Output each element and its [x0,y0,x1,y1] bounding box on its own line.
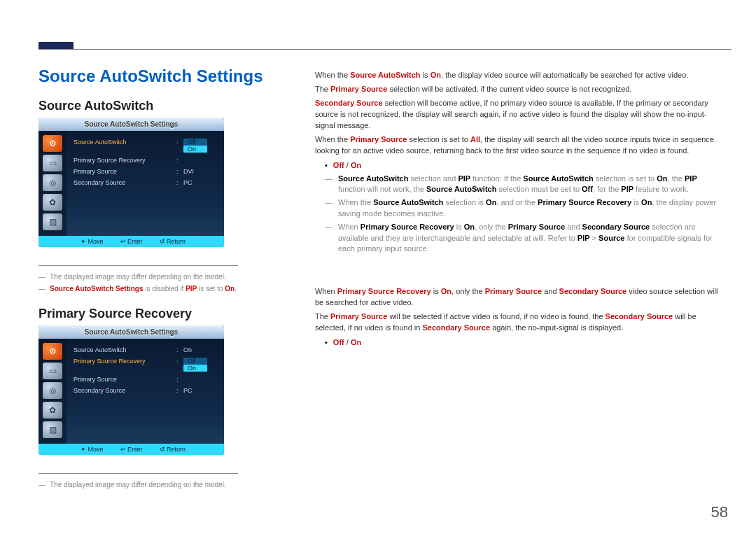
sound-icon: ◎ [43,382,62,399]
osd-row: Source AutoSwitch : On [74,344,217,356]
osd-item-label: Source AutoSwitch [74,139,176,153]
note-dash: ―Source AutoSwitch selection and PIP fun… [325,174,724,195]
note-text: The displayed image may differ depending… [50,481,226,489]
body-text: When Primary Source Recovery is On, only… [315,286,724,309]
osd-item-value: PC [183,387,217,394]
osd-row: Primary Source Recovery : Off On [74,356,217,374]
picture-icon: ▭ [43,155,62,171]
note-text: The displayed image may differ depending… [50,273,226,281]
osd-footer: ✦ Move ↵ Enter ↺ Return [38,444,224,455]
osd-return-hint: ↺ Return [160,446,186,453]
osd-item-value: On [183,346,217,353]
osd-row: Source AutoSwitch : Off On [74,136,217,155]
page-number: 58 [711,503,728,521]
osd-screenshot-2: Source AutoSwitch Settings ⚙ ▭ ◎ ✿ ▧ Sou… [38,325,224,455]
option-bullet: •Off / On [325,161,724,169]
osd-item-label: Primary Source Recovery [74,358,176,372]
osd-item-value [183,157,217,164]
osd-row: Secondary Source : PC [74,385,217,396]
osd-enter-hint: ↵ Enter [120,238,143,245]
osd-option-off: Off [183,139,207,146]
body-text: The Primary Source will be selected if a… [315,311,724,334]
left-column: Source AutoSwitch Settings Source AutoSw… [38,66,270,493]
notes-block-2: ―The displayed image may differ dependin… [38,473,238,489]
note-dash: ―When the Source AutoSwitch selection is… [325,197,724,219]
osd-item-label: Primary Source Recovery [74,157,176,164]
header-accent [38,42,74,49]
note-text: Source AutoSwitch Settings is disabled i… [50,285,237,293]
osd-menu-list: Source AutoSwitch : Off On Primary Sourc… [66,131,224,236]
section-heading-1: Source AutoSwitch [38,99,270,113]
multi-icon: ▧ [43,421,62,438]
sound-icon: ◎ [43,174,62,191]
body-text: When the Primary Source selection is set… [315,134,724,157]
osd-icon-column: ⚙ ▭ ◎ ✿ ▧ [38,131,66,236]
settings-icon: ⚙ [43,343,62,360]
right-column: When the Source AutoSwitch is On, the di… [315,70,724,351]
note-dash: ―When Primary Source Recovery is On, onl… [325,222,724,254]
option-bullet: •Off / On [325,338,724,346]
header-rule [38,49,732,50]
body-text: Secondary Source selection will become a… [315,98,724,132]
osd-icon-column: ⚙ ▭ ◎ ✿ ▧ [38,339,66,444]
osd-row: Primary Source : [74,374,217,385]
osd-item-value: PC [183,179,217,186]
osd-option-on: On [183,146,207,153]
osd-row: Primary Source : DVI [74,166,217,177]
body-text: When the Source AutoSwitch is On, the di… [315,70,724,81]
osd-item-value [183,376,217,383]
osd-item-label: Primary Source [74,376,176,383]
osd-enter-hint: ↵ Enter [120,446,143,453]
settings-icon: ⚙ [43,135,62,152]
notes-block-1: ―The displayed image may differ dependin… [38,265,238,293]
osd-move-hint: ✦ Move [80,446,104,453]
osd-row: Secondary Source : PC [74,177,217,188]
settings2-icon: ✿ [43,194,62,211]
osd-row: Primary Source Recovery : [74,155,217,166]
osd-item-label: Primary Source [74,168,176,175]
osd-title: Source AutoSwitch Settings [38,325,224,339]
osd-move-hint: ✦ Move [80,238,104,245]
osd-option-on: On [183,365,207,372]
osd-screenshot-1: Source AutoSwitch Settings ⚙ ▭ ◎ ✿ ▧ Sou… [38,118,224,247]
osd-item-label: Secondary Source [74,387,176,394]
settings2-icon: ✿ [43,402,62,419]
multi-icon: ▧ [43,213,62,230]
osd-title: Source AutoSwitch Settings [38,118,224,131]
section-heading-2: Primary Source Recovery [38,307,270,321]
osd-footer: ✦ Move ↵ Enter ↺ Return [38,236,224,247]
page-title: Source AutoSwitch Settings [38,66,270,86]
osd-item-label: Secondary Source [74,179,176,186]
osd-menu-list: Source AutoSwitch : On Primary Source Re… [66,339,224,444]
osd-item-value: DVI [183,168,217,175]
picture-icon: ▭ [43,363,62,379]
osd-return-hint: ↺ Return [160,238,186,245]
osd-item-label: Source AutoSwitch [74,346,176,353]
body-text: The Primary Source selection will be act… [315,84,724,95]
osd-option-off: Off [183,358,207,365]
